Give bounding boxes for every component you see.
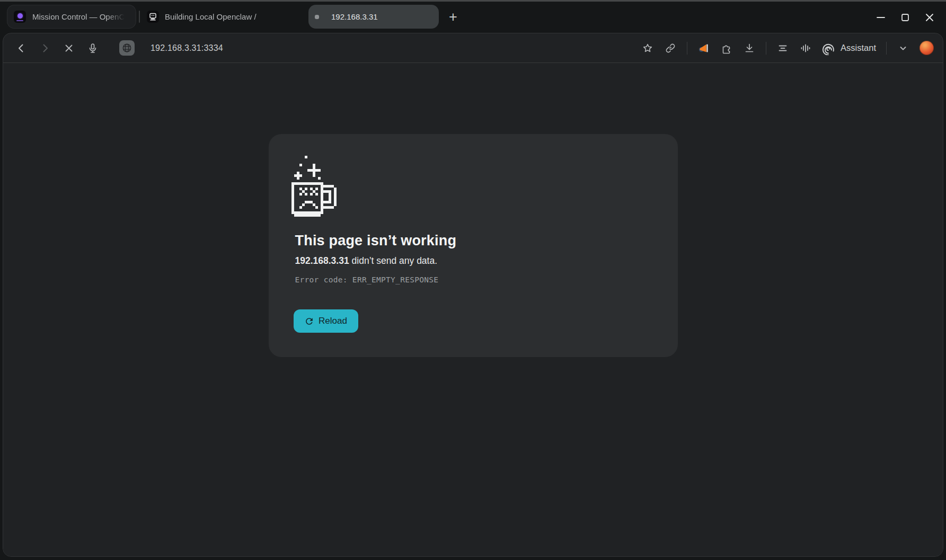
tab-title: Building Local Openclaw / — [165, 12, 303, 21]
assistant-label: Assistant — [841, 43, 876, 53]
sad-mug-icon — [291, 153, 337, 217]
profile-avatar[interactable] — [920, 41, 934, 55]
mic-icon — [86, 42, 99, 55]
assistant-icon — [822, 41, 836, 55]
navigation-toolbar: 192.168.3.31:3334 — [3, 33, 943, 63]
extensions-button[interactable] — [720, 42, 733, 55]
tab-title: 192.168.3.31 — [331, 12, 378, 21]
globe-icon — [121, 42, 132, 54]
tab-building-local-openclaw[interactable]: Building Local Openclaw / — [145, 5, 304, 29]
extension-megaphone-button[interactable] — [697, 42, 710, 55]
close-button[interactable] — [917, 7, 942, 28]
align-list-icon — [776, 42, 789, 55]
tab-separator — [139, 11, 140, 23]
reading-list-button[interactable] — [776, 42, 789, 55]
stop-button[interactable] — [63, 42, 75, 55]
chevron-down-icon — [897, 42, 909, 55]
site-info-button[interactable] — [119, 40, 135, 56]
voice-waveform-button[interactable] — [799, 42, 812, 55]
error-card: This page isn’t working 192.168.3.31 did… — [269, 134, 678, 357]
maximize-button[interactable] — [893, 7, 917, 28]
error-host: 192.168.3.31 — [295, 255, 349, 266]
window-controls — [869, 2, 946, 33]
tab-title: Mission Control — OpenC — [32, 12, 128, 21]
download-icon — [743, 42, 756, 55]
link-icon — [664, 42, 677, 55]
downloads-button[interactable] — [743, 42, 756, 55]
waveform-icon — [799, 42, 812, 55]
star-icon — [641, 42, 654, 55]
retro-computer-favicon — [147, 11, 159, 23]
voice-search-button[interactable] — [86, 42, 99, 55]
forward-button[interactable] — [39, 42, 51, 55]
tab-active-ip[interactable]: 192.168.3.31 — [308, 5, 439, 29]
close-icon — [923, 11, 936, 24]
reload-label: Reload — [319, 316, 347, 326]
megaphone-icon — [697, 42, 710, 55]
puzzle-icon — [720, 42, 733, 55]
browser-panel: 192.168.3.31:3334 — [3, 33, 943, 557]
mission-control-favicon — [14, 11, 26, 23]
error-code: Error code: ERR_EMPTY_RESPONSE — [295, 275, 439, 284]
copy-link-button[interactable] — [664, 42, 677, 55]
error-title: This page isn’t working — [295, 233, 457, 249]
toolbar-divider — [766, 42, 766, 55]
menu-chevron-button[interactable] — [897, 42, 909, 55]
maximize-icon — [899, 11, 912, 24]
tab-mission-control[interactable]: Mission Control — OpenC — [7, 5, 136, 29]
new-tab-button[interactable]: + — [444, 7, 462, 27]
toolbar-divider — [687, 42, 687, 55]
minimize-icon — [874, 11, 887, 24]
minimize-button[interactable] — [869, 7, 893, 28]
error-message-rest: didn’t send any data. — [349, 255, 437, 266]
back-icon — [15, 42, 28, 55]
forward-icon — [39, 42, 51, 55]
stop-icon — [63, 42, 75, 55]
address-bar[interactable]: 192.168.3.31:3334 — [151, 43, 223, 53]
error-message: 192.168.3.31 didn’t send any data. — [295, 255, 438, 266]
reload-icon — [304, 316, 314, 326]
back-button[interactable] — [15, 42, 28, 55]
error-page: This page isn’t working 192.168.3.31 did… — [3, 64, 943, 557]
toolbar-divider — [886, 42, 887, 55]
bookmark-button[interactable] — [641, 42, 654, 55]
dot-favicon — [315, 15, 319, 19]
assistant-button[interactable]: Assistant — [822, 41, 876, 55]
browser-window: Mission Control — OpenC Building Local O… — [0, 0, 946, 560]
reload-button[interactable]: Reload — [294, 309, 358, 333]
tab-strip: Mission Control — OpenC Building Local O… — [0, 2, 946, 33]
